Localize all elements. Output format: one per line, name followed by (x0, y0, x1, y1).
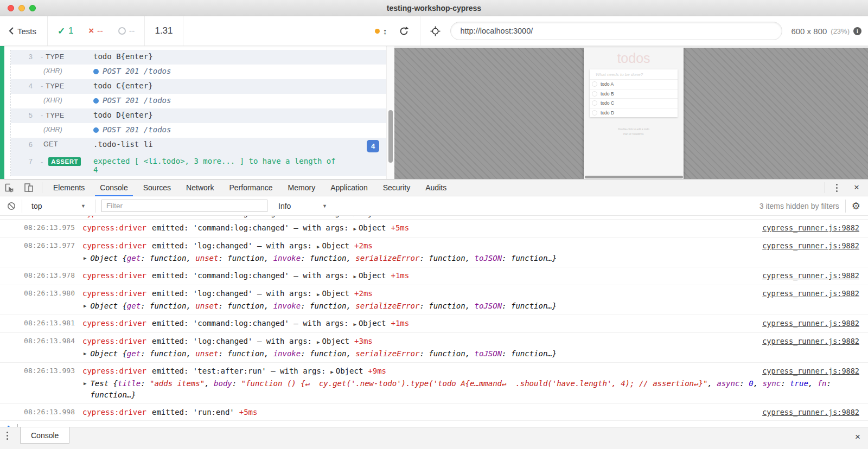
console-toolbar: top ▼ Info ▼ 3 items hidden by filters ⚙ (0, 196, 868, 216)
expand-triangle-icon[interactable]: ▶ (84, 300, 86, 312)
object-label[interactable]: Object (359, 223, 386, 232)
expand-triangle-icon[interactable]: ▶ (353, 226, 356, 232)
source-link[interactable]: cypress_runner.js:9882 (762, 270, 859, 281)
command-row[interactable]: (XHR) POST 201 /todos (11, 94, 394, 108)
refresh-button[interactable] (399, 26, 409, 36)
device-toolbar-button[interactable] (19, 179, 39, 196)
scrollbar-thumb[interactable] (388, 110, 393, 163)
console-prompt[interactable] (0, 421, 868, 427)
todo-item[interactable]: todo B (590, 89, 678, 99)
devtools-close-button[interactable]: × (845, 182, 868, 193)
log-delta: +3ms (354, 337, 373, 345)
source-link[interactable]: cypress_runner.js:9882 (762, 336, 859, 347)
source-link[interactable]: cypress_runner.js:9882 (762, 222, 859, 233)
tab-performance[interactable]: Performance (221, 179, 280, 196)
todo-item[interactable]: todo C (590, 98, 678, 108)
command-row[interactable]: 7 - ASSERT expected [ <li.todo>, 3 more.… (11, 155, 394, 176)
viewport-scale-indicator[interactable]: ↕ (375, 27, 387, 36)
log-timestamp: 08:26:13.998 (0, 407, 75, 418)
object-label[interactable]: Object (322, 337, 349, 345)
tab-elements[interactable]: Elements (46, 179, 92, 196)
todo-label: todo D (601, 110, 614, 116)
tab-application[interactable]: Application (323, 179, 375, 196)
expand-triangle-icon[interactable]: ▶ (330, 369, 333, 375)
expand-triangle-icon[interactable]: ▶ (317, 339, 320, 345)
log-channel: cypress:driver (82, 337, 146, 345)
expand-triangle-icon[interactable]: ▶ (353, 322, 356, 327)
pending-circle-icon (118, 27, 126, 35)
object-label[interactable]: Object (359, 216, 386, 217)
tab-sources[interactable]: Sources (136, 179, 178, 196)
drawer-menu-button[interactable] (0, 432, 15, 440)
command-row[interactable]: 6 GET .todo-list li 4 (11, 138, 394, 155)
todo-toggle-circle-icon[interactable] (592, 81, 597, 87)
new-todo-input[interactable]: What needs to be done? (590, 69, 678, 79)
back-to-tests-button[interactable]: Tests (0, 16, 47, 46)
child-command-dash: - (41, 111, 43, 119)
tab-security[interactable]: Security (375, 179, 418, 196)
object-label[interactable]: Object (359, 271, 386, 280)
expand-triangle-icon[interactable]: ▶ (84, 253, 86, 264)
log-timestamp: 08:26:13.984 (0, 336, 75, 347)
selector-playground-button[interactable] (420, 26, 450, 36)
source-link[interactable]: cypress_runner.js:9882 (762, 240, 859, 251)
object-label[interactable]: Object (359, 319, 386, 328)
todo-toggle-circle-icon[interactable] (592, 110, 597, 116)
command-row[interactable]: 5 - TYPE todo D{enter} (11, 108, 394, 123)
object-label[interactable]: Object (336, 367, 363, 375)
log-message: emitted: 'command:log:changed' – with ar… (152, 223, 348, 232)
clear-console-button[interactable] (7, 202, 16, 210)
todo-item[interactable]: todo D (590, 108, 678, 118)
log-delta: +2ms (354, 289, 373, 298)
log-level-selector[interactable]: Info ▼ (275, 202, 330, 210)
todo-item[interactable]: todo A (590, 79, 678, 89)
url-address-field[interactable]: http://localhost:3000/ (450, 22, 782, 40)
console-settings-button[interactable]: ⚙ (852, 200, 860, 212)
source-link[interactable]: cypress_runner.js:9882 (762, 288, 859, 299)
devtools-menu-button[interactable] (828, 184, 845, 192)
app-preview-panel: todos What needs to be done? todo Atodo … (394, 46, 868, 179)
object-label[interactable]: Object (322, 289, 349, 298)
tab-console[interactable]: Console (92, 179, 135, 196)
xhr-dot-icon (93, 127, 99, 133)
source-link[interactable]: cypress_runner.js:9882 (762, 407, 859, 418)
command-message: POST 201 /todos (103, 125, 171, 134)
tab-audits[interactable]: Audits (418, 179, 454, 196)
expand-triangle-icon[interactable]: ▶ (353, 274, 356, 279)
log-delta: +5ms (239, 408, 258, 416)
source-link[interactable]: cypress_runner.js:9882 (762, 365, 859, 376)
expand-triangle-icon[interactable]: ▶ (84, 378, 86, 401)
expand-triangle-icon[interactable]: ▶ (317, 244, 320, 249)
log-delta: +1ms (391, 271, 409, 280)
command-row[interactable]: 3 - TYPE todo B{enter} (11, 50, 394, 65)
tab-network[interactable]: Network (178, 179, 221, 196)
expand-triangle-icon[interactable]: ▶ (317, 292, 320, 297)
drawer-tab-console[interactable]: Console (20, 427, 69, 444)
command-row[interactable]: (XHR) POST 201 /todos (11, 65, 394, 79)
object-label[interactable]: Object (322, 241, 349, 250)
expand-triangle-icon[interactable]: ▶ (84, 348, 86, 360)
inspect-element-button[interactable] (0, 179, 19, 196)
minimize-window-button[interactable] (18, 5, 25, 11)
source-link[interactable]: cypress_runner.js:9882 (762, 318, 859, 329)
execution-context-selector[interactable]: top ▼ (28, 202, 89, 210)
info-icon[interactable]: i (853, 27, 861, 35)
preview-horizontal-scrollbar-thumb[interactable] (585, 176, 683, 178)
command-row[interactable]: (XHR) POST 201 /todos (11, 123, 394, 138)
todo-toggle-circle-icon[interactable] (592, 91, 597, 97)
chevron-down-icon: ▼ (81, 203, 86, 209)
tab-memory[interactable]: Memory (280, 179, 323, 196)
todo-toggle-circle-icon[interactable] (592, 100, 597, 106)
x-icon: × (88, 25, 94, 36)
zoom-window-button[interactable] (29, 5, 36, 11)
console-row: 08:26:13.984 cypress:driveremitted: 'log… (0, 333, 868, 363)
log-timestamp: 08:26:13.975 (0, 222, 75, 233)
command-message: expected [ <li.todo>, 3 more... ] to hav… (93, 157, 336, 165)
command-log-scrollbar[interactable] (386, 46, 394, 179)
expand-triangle-icon[interactable]: ▶ (353, 216, 356, 217)
drawer-close-button[interactable]: × (855, 432, 860, 442)
close-window-button[interactable] (8, 5, 14, 11)
log-timestamp: 08:26:13.980 (0, 288, 75, 299)
console-filter-input[interactable] (101, 200, 267, 212)
command-row[interactable]: 4 - TYPE todo C{enter} (11, 79, 394, 94)
